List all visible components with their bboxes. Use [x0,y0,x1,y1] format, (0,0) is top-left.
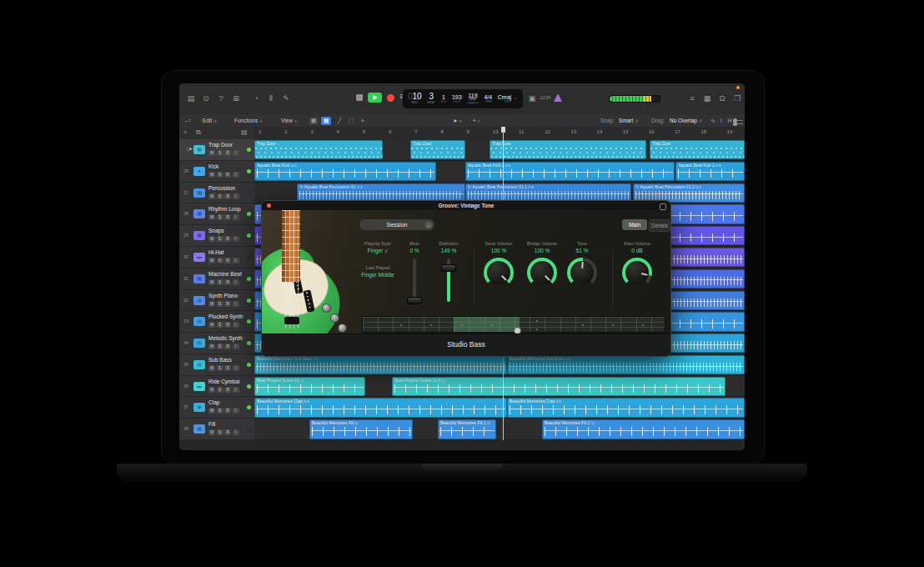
m-button[interactable]: M [208,258,215,263]
s-button[interactable]: S [217,193,223,199]
i-button[interactable]: I [233,236,239,242]
track-header-snaps[interactable]: 29▦SnapsMSRI [179,225,254,247]
definition-control[interactable]: Definition 149 % [434,241,464,302]
s-button[interactable]: S [217,279,223,285]
slider-handle[interactable] [441,264,456,272]
m-button[interactable]: M [208,344,215,349]
m-button[interactable]: M [208,387,215,393]
i-button[interactable]: I [233,301,239,307]
r-button[interactable]: R [224,236,231,242]
drag-menu[interactable]: No Overlap ⇕ [670,117,702,125]
region-aquatic-beat-kick[interactable]: Aquatic Beat Kick ⊙⊙ [254,162,436,181]
track-header-trap-door[interactable]: 1▶▦Trap DoorMSRI [179,139,254,161]
track-header-melodic-synth[interactable]: 34▤Melodic SynthMSRI [179,333,254,354]
m-button[interactable]: M [208,150,215,156]
m-button[interactable]: M [208,301,215,307]
i-button[interactable]: I [233,344,239,349]
r-button[interactable]: R [224,322,231,328]
browsers-icon[interactable]: ❒ [731,93,743,104]
metronome-icon[interactable] [554,93,562,102]
i-button[interactable]: I [233,387,239,393]
r-button[interactable]: R [224,301,231,307]
mute-control[interactable]: Mute 0 % [399,241,429,302]
region-beautiful-memories-sub-bass[interactable]: Beautiful Memories Sub Bass ⊙⊙ [507,355,745,374]
m-button[interactable]: M [208,214,215,220]
s-button[interactable]: S [217,172,223,178]
preset-menu-icon[interactable]: ⌄ [425,222,432,228]
region-trap-door[interactable]: Trap Door [490,140,645,159]
link-window-icon[interactable] [660,203,666,210]
fretboard-display[interactable] [362,316,665,333]
play-button[interactable] [368,93,382,103]
tab-main[interactable]: Main [622,219,647,230]
region-trap-door[interactable]: Trap Door [410,140,465,159]
view-menu[interactable]: View ∨ [281,117,297,125]
r-button[interactable]: R [224,150,231,156]
key-signature-menu[interactable]: Cmaj ⌄KEY [498,94,518,104]
stop-button[interactable] [356,94,363,101]
s-button[interactable]: S [217,150,223,156]
library-icon[interactable]: ▤ [185,93,197,104]
m-button[interactable]: M [208,279,215,285]
m-button[interactable]: M [208,236,215,242]
region-beautiful-memories-clap[interactable]: Beautiful Memories Clap ⊙⊙ [254,398,507,417]
track-header-sub-bass[interactable]: 35▤Sub BassMSRI [179,354,254,376]
region-beat-prophet-snare-01-4[interactable]: Beat Prophet Snare 01.4 ◷ [392,377,725,396]
region-beautiful-memories-fill-1[interactable]: Beautiful Memories Fill.1 ◷ [438,419,496,439]
m-button[interactable]: M [208,408,215,414]
automation-icon[interactable]: ╱ [334,117,344,125]
r-button[interactable]: R [224,344,231,349]
mixer-icon[interactable]: ⫴ [265,93,277,104]
smart-controls-icon[interactable]: ◔ [250,93,262,104]
i-button[interactable]: I [233,193,239,199]
toolbar-toggle-icon[interactable]: ⊞ [230,93,242,104]
vertical-zoom-slider[interactable] [733,120,743,121]
horizontal-zoom-slider[interactable] [733,123,743,124]
region-aquatic-beat-kick-1[interactable]: Aquatic Beat Kick.1 ⊙⊙ [465,162,675,181]
disclosure-icon[interactable]: ▶ [189,146,193,151]
track-header-rhythm-loop[interactable]: 28▦Rhythm LoopMSRI [179,203,254,225]
lcd-display[interactable]: 010BAR 3BEAT 1DIV 193TICK 119KEEPTEMPO 4… [403,89,523,108]
main-volume-control[interactable]: Main Volume 0 dB [615,241,659,288]
m-button[interactable]: M [208,429,215,435]
duplicate-track-button[interactable]: ⧉ [196,128,201,137]
add-track-button[interactable]: + [183,128,188,137]
i-button[interactable]: I [233,214,239,220]
r-button[interactable]: R [224,279,231,285]
quick-help-icon[interactable]: ? [215,93,227,104]
command-click-tool-menu[interactable]: + ∨ [473,117,480,125]
functions-menu[interactable]: Functions ∨ [234,117,263,125]
region-beautiful-memories-sub-bass[interactable]: Beautiful Memories Sub Bass ⊙⊙ [254,355,507,374]
s-button[interactable]: S [217,301,223,307]
bridge-volume-control[interactable]: Bridge Volume 100 % [520,241,564,288]
inspector-icon[interactable]: ⊙ [200,93,212,104]
s-button[interactable]: S [217,344,223,349]
regions-view-icon[interactable]: ▦ [321,117,331,125]
track-header-kick[interactable]: 26●KickMSRI [179,161,254,183]
region-trap-door[interactable]: Trap Door [254,140,383,159]
s-button[interactable]: S [217,258,223,263]
i-button[interactable]: I [233,258,239,263]
pointer-tool-menu[interactable]: ➤ ∨ [453,117,462,125]
mute-slider[interactable] [413,258,416,302]
track-header-options-icon[interactable]: ▤ [241,128,248,137]
r-button[interactable]: R [224,172,231,178]
i-button[interactable]: I [233,279,239,285]
m-button[interactable]: M [208,193,215,199]
i-button[interactable]: I [233,365,239,371]
slider-handle[interactable] [407,297,422,304]
neck-volume-knob[interactable] [484,258,514,288]
count-in-button[interactable]: 1234 [540,95,550,100]
track-header-plucked-synth[interactable]: 33▤Plucked SynthMSRI [179,311,254,333]
track-header-clap[interactable]: 37◆ClapMSRI [179,397,254,419]
track-header-fill[interactable]: 38▦FillMSRI [179,419,254,440]
s-button[interactable]: S [217,365,223,371]
marquee-icon[interactable]: ⬚ [346,117,356,125]
r-button[interactable]: R [224,258,231,263]
r-button[interactable]: R [224,429,231,435]
note-pads-icon[interactable]: ▦ [701,93,713,104]
s-button[interactable]: S [217,322,223,328]
i-button[interactable]: I [233,322,239,328]
r-button[interactable]: R [224,387,231,393]
track-header-synth-piano[interactable]: 32▤Synth PianoMSRI [179,290,254,312]
